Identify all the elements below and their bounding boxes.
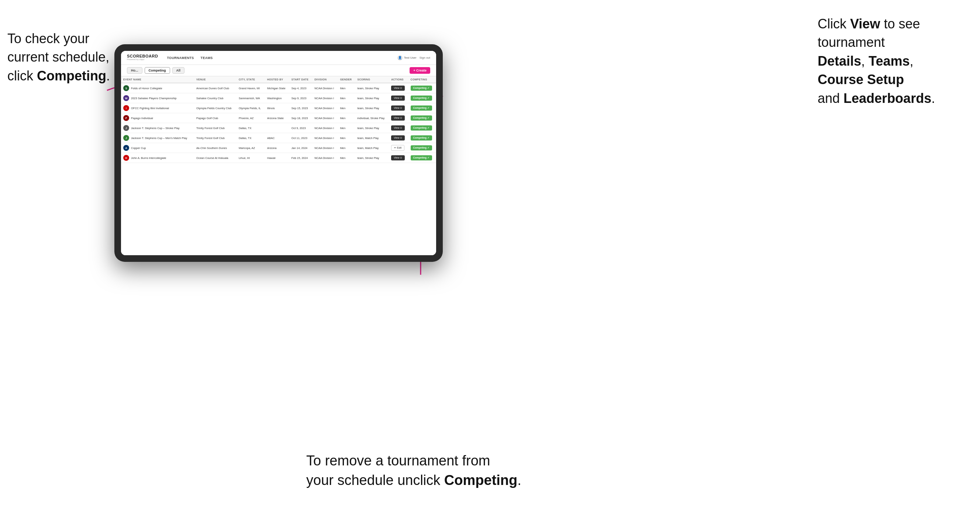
division-cell: NCAA Division I <box>312 153 337 163</box>
competing-badge[interactable]: Competing ✓ <box>410 116 433 121</box>
competing-cell: Competing ✓ <box>409 143 436 153</box>
gender-cell: Men <box>338 93 355 103</box>
view-button[interactable]: View ⊙ <box>391 125 405 130</box>
venue-cell: Papago Golf Club <box>194 113 237 123</box>
venue-cell: Olympia Fields Country Club <box>194 103 237 113</box>
event-name-cell: H John A. Burns Intercollegiate <box>121 153 194 163</box>
filter-all-btn[interactable]: All <box>172 67 185 74</box>
team-logo: W <box>123 95 129 101</box>
division-cell: NCAA Division I <box>312 103 337 113</box>
competing-badge[interactable]: Competing ✓ <box>410 145 433 151</box>
city-state-cell: Grand Haven, MI <box>237 83 265 93</box>
division-cell: NCAA Division I <box>312 113 337 123</box>
table-row: W 2023 Sahalee Players Championship Saha… <box>121 93 436 103</box>
team-logo: A <box>123 145 129 151</box>
venue-cell: Trinity Forest Golf Club <box>194 133 237 143</box>
competing-badge[interactable]: Competing ✓ <box>410 86 433 91</box>
city-state-cell: Olympia Fields, IL <box>237 103 265 113</box>
event-name-text: Jackson T. Stephens Cup – Men's Match Pl… <box>131 137 187 140</box>
start-date-cell: Oct 9, 2023 <box>289 123 312 133</box>
col-start-date: START DATE <box>289 76 312 83</box>
edit-button[interactable]: ✏ Edit <box>391 145 404 151</box>
tablet: SCOREBOARD Powered by clippi TOURNAMENTS… <box>115 44 443 262</box>
hosted-by-cell: Washington <box>265 93 289 103</box>
tablet-screen: SCOREBOARD Powered by clippi TOURNAMENTS… <box>121 51 436 255</box>
hosted-by-cell: ABAC <box>265 133 289 143</box>
event-name-text: Papago Individual <box>131 116 153 120</box>
actions-cell: View ⊙ <box>389 153 408 163</box>
event-name-cell: W 2023 Sahalee Players Championship <box>121 93 194 103</box>
competing-badge[interactable]: Competing ✓ <box>410 135 433 141</box>
city-state-cell: Maricopa, AZ <box>237 143 265 153</box>
event-name-cell: P Papago Individual <box>121 113 194 123</box>
team-logo: S <box>123 85 129 91</box>
actions-cell: View ⊙ <box>389 83 408 93</box>
view-button[interactable]: View ⊙ <box>391 116 405 121</box>
scoring-cell: team, Stroke Play <box>355 153 389 163</box>
gender-cell: Men <box>338 83 355 93</box>
create-button[interactable]: + Create <box>410 67 430 74</box>
scoring-cell: team, Match Play <box>355 143 389 153</box>
event-name-cell: A Copper Cup <box>121 143 194 153</box>
venue-cell: Sahalee Country Club <box>194 93 237 103</box>
competing-badge[interactable]: Competing ✓ <box>410 95 433 101</box>
city-state-cell: Dallas, TX <box>237 133 265 143</box>
city-state-cell: Lihue, HI <box>237 153 265 163</box>
city-state-cell: Sammamish, WA <box>237 93 265 103</box>
table-row: A Copper Cup Ak-Chin Southern DunesMaric… <box>121 143 436 153</box>
competing-badge[interactable]: Competing ✓ <box>410 105 433 111</box>
event-name-text: John A. Burns Intercollegiate <box>131 156 166 160</box>
city-state-cell: Dallas, TX <box>237 123 265 133</box>
col-gender: GENDER <box>338 76 355 83</box>
signout-link[interactable]: Sign out <box>420 56 430 59</box>
gender-cell: Men <box>338 133 355 143</box>
competing-cell: Competing ✓ <box>409 93 436 103</box>
view-button[interactable]: View ⊙ <box>391 135 405 141</box>
actions-cell: View ⊙ <box>389 113 408 123</box>
competing-badge[interactable]: Competing ✓ <box>410 125 433 130</box>
team-logo: P <box>123 115 129 121</box>
gender-cell: Men <box>338 153 355 163</box>
event-name-text: Folds of Honor Collegiate <box>131 87 162 90</box>
scoring-cell: team, Stroke Play <box>355 93 389 103</box>
navbar: SCOREBOARD Powered by clippi TOURNAMENTS… <box>121 51 436 65</box>
city-state-cell: Phoenix, AZ <box>237 113 265 123</box>
start-date-cell: Sep 18, 2023 <box>289 113 312 123</box>
table-row: S Folds of Honor Collegiate American Dun… <box>121 83 436 93</box>
table-row: I OFCC Fighting Illini Invitational Olym… <box>121 103 436 113</box>
division-cell: NCAA Division I <box>312 133 337 143</box>
competing-cell: Competing ✓ <box>409 133 436 143</box>
team-logo: I <box>123 105 129 111</box>
actions-cell: View ⊙ <box>389 123 408 133</box>
nav-tournaments[interactable]: TOURNAMENTS <box>167 56 194 60</box>
team-logo: H <box>123 155 129 161</box>
view-button[interactable]: View ⊙ <box>391 105 405 111</box>
actions-cell: View ⊙ <box>389 103 408 113</box>
actions-cell: View ⊙ <box>389 93 408 103</box>
annotation-bottom: To remove a tournament from your schedul… <box>306 451 557 490</box>
start-date-cell: Sep 4, 2023 <box>289 83 312 93</box>
nav-teams[interactable]: TEAMS <box>201 56 213 60</box>
hosted-by-cell: Illinois <box>265 103 289 113</box>
view-button[interactable]: View ⊙ <box>391 86 405 91</box>
hosted-by-cell: Michigan State <box>265 83 289 93</box>
venue-cell: American Dunes Golf Club <box>194 83 237 93</box>
scoring-cell: individual, Stroke Play <box>355 113 389 123</box>
table-row: P Papago Individual Papago Golf ClubPhoe… <box>121 113 436 123</box>
event-name-cell: J Jackson T. Stephens Cup – Stroke Play <box>121 123 194 133</box>
competing-cell: Competing ✓ <box>409 103 436 113</box>
table-row: H John A. Burns Intercollegiate Ocean Co… <box>121 153 436 163</box>
start-date-cell: Jan 14, 2024 <box>289 143 312 153</box>
view-button[interactable]: View ⊙ <box>391 155 405 160</box>
view-button[interactable]: View ⊙ <box>391 95 405 101</box>
competing-badge[interactable]: Competing ✓ <box>410 155 433 160</box>
filter-competing-btn[interactable]: Competing <box>145 67 170 74</box>
nav-user: 👤 Test User <box>398 55 417 60</box>
start-date-cell: Oct 11, 2023 <box>289 133 312 143</box>
venue-cell: Trinity Forest Golf Club <box>194 123 237 133</box>
filter-home-btn[interactable]: Ho... <box>127 67 142 74</box>
gender-cell: Men <box>338 103 355 113</box>
division-cell: NCAA Division I <box>312 143 337 153</box>
col-competing: COMPETING <box>409 76 436 83</box>
division-cell: NCAA Division I <box>312 93 337 103</box>
